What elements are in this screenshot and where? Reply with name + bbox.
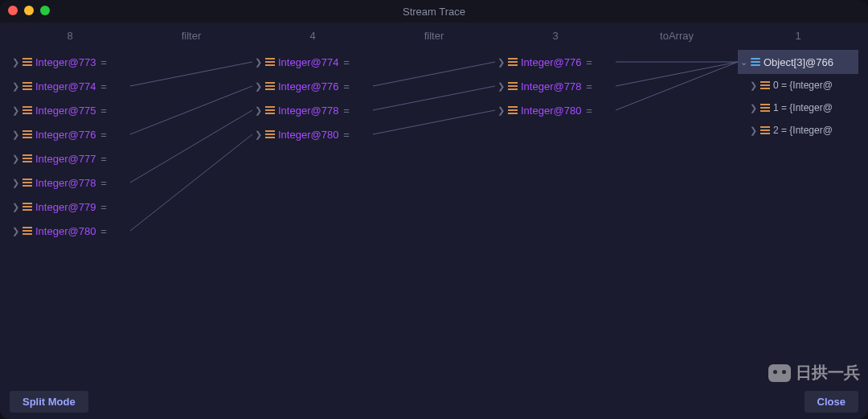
value-node[interactable]: ❯Integer@776 =: [10, 122, 130, 146]
object-icon: [265, 82, 275, 90]
chevron-right-icon: ❯: [11, 226, 19, 236]
value-label: Integer@776: [278, 80, 338, 92]
value-label: Integer@773: [35, 56, 96, 68]
svg-line-5: [373, 86, 495, 110]
stage-2-items: ❯Integer@774 =❯Integer@776 =❯Integer@778…: [252, 48, 373, 384]
chevron-right-icon: ❯: [254, 81, 262, 92]
array-element-node[interactable]: ❯0 = {Integer@: [738, 74, 858, 97]
zoom-window-icon[interactable]: [40, 6, 50, 15]
value-node[interactable]: ❯Integer@773 =: [10, 50, 130, 74]
object-icon: [23, 179, 32, 187]
value-suffix: =: [343, 105, 350, 117]
svg-line-4: [373, 62, 495, 86]
object-icon: [23, 106, 32, 114]
chevron-right-icon: ❯: [254, 129, 262, 140]
svg-line-1: [130, 86, 252, 134]
value-node[interactable]: ❯Integer@774 =: [10, 74, 130, 98]
value-suffix: =: [100, 153, 107, 165]
value-node[interactable]: ❯Integer@779 =: [10, 195, 130, 219]
chevron-right-icon: ❯: [749, 125, 757, 136]
svg-line-2: [130, 110, 252, 183]
stream-trace-window: Stream Trace 8 filter 4 filter 3 toArray…: [0, 0, 868, 419]
chevron-right-icon: ❯: [497, 57, 505, 68]
connector-lines-3: [616, 48, 738, 384]
value-label: Integer@774: [278, 56, 338, 68]
window-title: Stream Trace: [0, 6, 868, 18]
object-icon: [23, 227, 32, 235]
chevron-right-icon: ❯: [497, 105, 505, 116]
value-suffix: =: [100, 177, 107, 189]
stage-op-1: filter: [130, 30, 252, 42]
split-mode-button[interactable]: Split Mode: [10, 391, 88, 413]
chevron-right-icon: ❯: [11, 105, 19, 116]
value-label: Integer@778: [278, 105, 338, 117]
close-button[interactable]: Close: [805, 391, 858, 413]
value-label: Integer@778: [521, 80, 581, 92]
chevron-right-icon: ❯: [749, 103, 757, 113]
value-node[interactable]: ❯Integer@778 =: [10, 170, 130, 195]
array-root-node[interactable]: ⌄Object[3]@766: [738, 50, 858, 74]
value-node[interactable]: ❯Integer@777 =: [10, 146, 130, 170]
object-icon: [265, 58, 275, 66]
object-icon: [508, 58, 518, 66]
value-node[interactable]: ❯Integer@778 =: [252, 98, 373, 122]
chevron-right-icon: ❯: [254, 57, 262, 68]
value-suffix: =: [100, 225, 107, 237]
stage-4-items: ⌄Object[3]@766❯0 = {Integer@❯1 = {Intege…: [738, 48, 858, 384]
chevron-down-icon: ⌄: [739, 57, 747, 68]
value-label: Integer@777: [35, 153, 96, 165]
chevron-right-icon: ❯: [11, 154, 19, 164]
value-node[interactable]: ❯Integer@776 =: [252, 74, 373, 98]
window-controls: [8, 6, 50, 15]
value-node[interactable]: ❯Integer@776 =: [495, 50, 616, 74]
object-icon: [760, 81, 770, 89]
value-label: Integer@775: [35, 105, 96, 117]
stage-count-4: 1: [738, 30, 858, 42]
close-window-icon[interactable]: [8, 6, 18, 15]
value-suffix: =: [343, 80, 350, 92]
value-label: Integer@780: [35, 225, 96, 237]
value-suffix: =: [100, 105, 107, 117]
value-node[interactable]: ❯Integer@774 =: [252, 50, 373, 74]
array-element-node[interactable]: ❯2 = {Integer@: [738, 119, 858, 142]
object-icon: [265, 106, 275, 114]
value-node[interactable]: ❯Integer@780 =: [252, 122, 373, 146]
object-icon: [508, 106, 518, 114]
object-icon: [23, 203, 32, 211]
chevron-right-icon: ❯: [11, 57, 19, 68]
svg-line-0: [130, 62, 252, 86]
object-icon: [760, 126, 770, 134]
value-label: Integer@776: [521, 56, 581, 68]
connector-area-2: [373, 48, 495, 384]
object-icon: [23, 130, 32, 138]
value-node[interactable]: ❯Integer@775 =: [10, 98, 130, 122]
minimize-window-icon[interactable]: [24, 6, 34, 15]
stage-header-row: 8 filter 4 filter 3 toArray 1: [0, 23, 868, 48]
value-suffix: =: [343, 129, 350, 141]
trace-content: ❯Integer@773 =❯Integer@774 =❯Integer@775…: [0, 48, 868, 384]
chevron-right-icon: ❯: [749, 80, 757, 91]
array-element-node[interactable]: ❯1 = {Integer@: [738, 97, 858, 119]
chevron-right-icon: ❯: [254, 105, 262, 116]
array-element-label: 2 = {Integer@: [773, 125, 833, 136]
value-suffix: =: [586, 56, 592, 68]
titlebar: Stream Trace: [0, 0, 868, 23]
value-node[interactable]: ❯Integer@780 =: [10, 219, 130, 243]
stage-count-2: 4: [252, 30, 373, 42]
value-suffix: =: [100, 56, 107, 68]
value-node[interactable]: ❯Integer@780 =: [495, 98, 616, 122]
value-suffix: =: [586, 80, 592, 92]
array-element-label: 0 = {Integer@: [773, 80, 833, 91]
value-label: Integer@774: [35, 80, 96, 92]
chevron-right-icon: ❯: [11, 81, 19, 92]
svg-line-9: [616, 62, 738, 110]
value-node[interactable]: ❯Integer@778 =: [495, 74, 616, 98]
value-label: Integer@780: [521, 105, 581, 117]
stage-1-items: ❯Integer@773 =❯Integer@774 =❯Integer@775…: [10, 48, 130, 384]
object-icon: [23, 82, 32, 90]
chevron-right-icon: ❯: [11, 129, 19, 140]
connector-area-3: [616, 48, 738, 384]
value-label: Integer@780: [278, 129, 338, 141]
svg-line-6: [373, 110, 495, 134]
object-icon: [760, 104, 770, 112]
